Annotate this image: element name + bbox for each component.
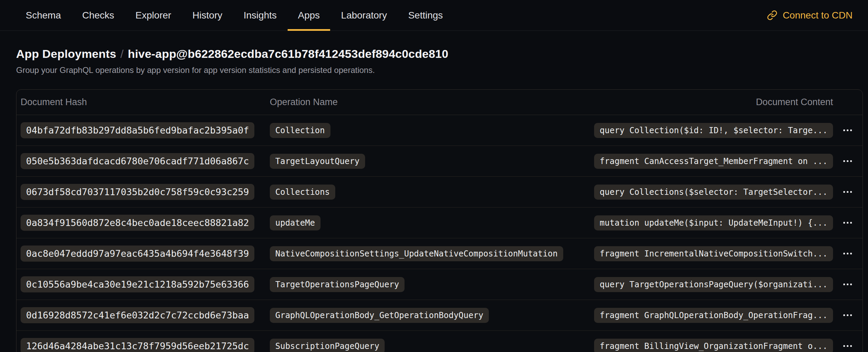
tab-label: Settings [408,10,443,21]
operation-name-value: TargetLayoutQuery [270,154,365,169]
table-row: 126d46a4284abe31c13c78f7959d56eeb21725dc… [16,331,863,352]
ellipsis-icon [843,314,845,316]
page-subtitle: Group your GraphQL operations by app ver… [16,65,852,75]
document-hash-value: 0673df58cd7037117035b2d0c758f59c0c93c259 [21,184,254,200]
document-hash-value: 0a834f91560d872e8c4bec0ade18ceec88821a82 [21,215,254,231]
ellipsis-icon [843,345,845,347]
document-hash-value: 0ac8e047eddd97a97eac6435a4b694f4e3648f39 [21,246,254,262]
row-menu-button[interactable] [840,339,855,352]
tab-apps[interactable]: Apps [288,0,330,30]
row-menu-button[interactable] [840,277,855,292]
breadcrumb-root: App Deployments [16,47,116,60]
active-tab-indicator [288,29,330,31]
tab-label: History [192,10,222,21]
app-deployments-table: Document Hash Operation Name Document Co… [16,89,863,352]
tab-schema[interactable]: Schema [15,0,71,30]
tab-laboratory[interactable]: Laboratory [331,0,397,30]
row-menu-button[interactable] [840,246,855,261]
row-menu-button[interactable] [840,308,855,323]
table-row: 0ac8e047eddd97a97eac6435a4b694f4e3648f39… [16,238,863,269]
tab-label: Checks [82,10,114,21]
connect-to-cdn-label: Connect to CDN [783,10,853,21]
column-header-document-hash: Document Hash [21,97,266,108]
tab-label: Explorer [135,10,171,21]
operation-name-value: SubscriptionPageQuery [270,339,385,352]
column-header-operation-name: Operation Name [266,97,756,108]
document-hash-value: 0c10556a9be4ca30e19e21c1218a592b75e63366 [21,276,254,292]
tab-checks[interactable]: Checks [72,0,124,30]
ellipsis-icon [843,129,845,131]
row-menu-button[interactable] [840,185,855,200]
document-hash-value: 050e5b363dafdcacd6780e706cadf771d06a867c [21,153,254,169]
document-hash-value: 0d16928d8572c41ef6e032d2c7c72ccbd6e73baa [21,307,254,323]
operation-name-value: NativeCompositionSettings_UpdateNativeCo… [270,246,563,261]
row-menu-button[interactable] [840,215,855,230]
tab-label: Insights [243,10,277,21]
document-content-preview: query Collection($id: ID!, $selector: Ta… [594,123,833,138]
breadcrumb: App Deployments/hive-app@b622862ecdba7c6… [16,47,852,61]
ellipsis-icon [843,160,845,162]
table-header-row: Document Hash Operation Name Document Co… [16,90,863,115]
operation-name-value: updateMe [270,215,321,230]
tab-explorer[interactable]: Explorer [125,0,181,30]
table-row: 04bfa72dfb83b297dd8a5b6fed9bafac2b395a0f… [16,115,863,146]
nav-tabs: Schema Checks Explorer History Insights … [15,0,453,30]
tab-label: Laboratory [341,10,387,21]
document-content-preview: query TargetOperationsPageQuery($organiz… [594,277,833,292]
row-menu-button[interactable] [840,154,855,169]
page-header: App Deployments/hive-app@b622862ecdba7c6… [16,47,852,75]
ellipsis-icon [843,222,845,224]
tab-label: Schema [26,10,61,21]
top-navbar: Schema Checks Explorer History Insights … [0,0,868,31]
operation-name-value: Collections [270,185,335,200]
breadcrumb-current: hive-app@b622862ecdba7c61b78f412453def89… [128,47,448,60]
tab-label: Apps [298,10,320,21]
document-content-preview: fragment IncrementalNativeCompositionSwi… [594,246,833,261]
ellipsis-icon [843,284,845,285]
document-content-preview: fragment BillingView_OrganizationFragmen… [594,339,833,352]
column-header-document-content: Document Content [756,97,833,108]
table-row: 0673df58cd7037117035b2d0c758f59c0c93c259… [16,177,863,208]
tab-insights[interactable]: Insights [233,0,287,30]
operation-name-value: TargetOperationsPageQuery [270,277,405,292]
operation-name-value: GraphQLOperationBody_GetOperationBodyQue… [270,308,489,323]
breadcrumb-separator: / [120,47,124,60]
table-row: 0c10556a9be4ca30e19e21c1218a592b75e63366… [16,269,863,300]
table-row: 050e5b363dafdcacd6780e706cadf771d06a867c… [16,146,863,177]
row-menu-button[interactable] [840,123,855,138]
operation-name-value: Collection [270,123,330,138]
ellipsis-icon [843,253,845,254]
ellipsis-icon [843,191,845,193]
document-hash-value: 04bfa72dfb83b297dd8a5b6fed9bafac2b395a0f [21,122,254,138]
document-content-preview: mutation updateMe($input: UpdateMeInput!… [594,215,833,230]
table-row: 0a834f91560d872e8c4bec0ade18ceec88821a82… [16,208,863,238]
document-content-preview: fragment CanAccessTarget_MemberFragment … [594,154,833,169]
document-content-preview: query Collections($selector: TargetSelec… [594,185,833,200]
document-content-preview: fragment GraphQLOperationBody_OperationF… [594,308,833,323]
table-row: 0d16928d8572c41ef6e032d2c7c72ccbd6e73baa… [16,300,863,331]
document-hash-value: 126d46a4284abe31c13c78f7959d56eeb21725dc [21,338,254,352]
tab-settings[interactable]: Settings [398,0,453,30]
connect-to-cdn-button[interactable]: Connect to CDN [767,0,853,30]
link-icon [767,10,777,21]
tab-history[interactable]: History [182,0,232,30]
